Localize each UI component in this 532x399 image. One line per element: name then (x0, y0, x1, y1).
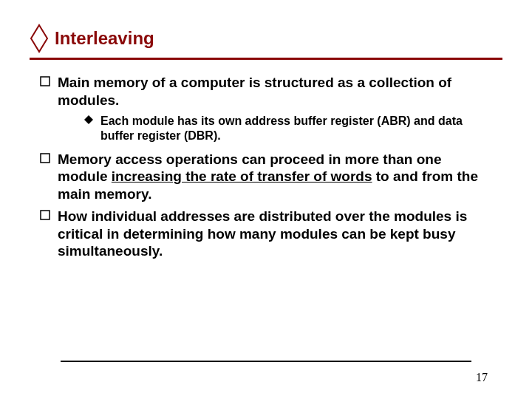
square-bullet-icon (40, 153, 50, 163)
title-divider (30, 58, 502, 60)
list-item-text: Main memory of a computer is structured … (58, 74, 492, 109)
square-bullet-icon (40, 76, 50, 86)
svg-rect-1 (41, 77, 50, 86)
svg-rect-4 (41, 211, 50, 219)
diamond-icon (30, 24, 49, 53)
list-item: Each module has its own address buffer r… (84, 114, 492, 143)
square-bullet-icon (40, 210, 50, 220)
list-item: Main memory of a computer is structured … (40, 74, 492, 109)
slide-body: Main memory of a computer is structured … (40, 74, 492, 265)
slide: Interleaving Main memory of a computer i… (0, 0, 532, 399)
list-item: How individual addresses are distributed… (40, 208, 492, 260)
page-number: 17 (476, 371, 488, 384)
list-item: Memory access operations can proceed in … (40, 151, 492, 203)
footer-divider (61, 361, 471, 362)
title-row: Interleaving (30, 21, 502, 56)
list-item-text: Each module has its own address buffer r… (100, 114, 492, 143)
list-item-text: How individual addresses are distributed… (58, 208, 492, 260)
list-item-text: Memory access operations can proceed in … (58, 151, 492, 203)
slide-title: Interleaving (55, 28, 154, 49)
svg-rect-3 (41, 154, 50, 163)
diamond-bullet-icon (84, 115, 93, 124)
svg-marker-0 (31, 25, 47, 52)
svg-marker-2 (84, 115, 93, 124)
